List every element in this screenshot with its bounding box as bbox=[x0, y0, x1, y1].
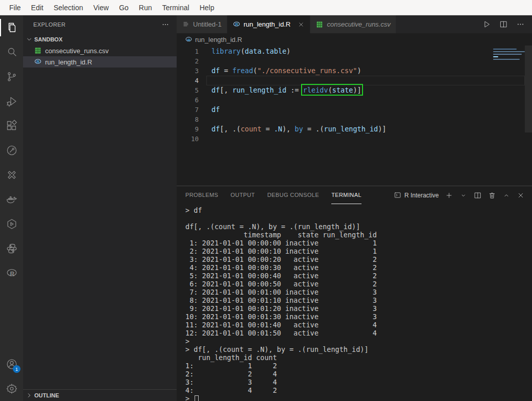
code-line-2[interactable]: 2 bbox=[177, 56, 532, 66]
close-icon[interactable] bbox=[297, 21, 305, 28]
file-item-consecutive_runs.csv[interactable]: consecutive_runs.csv bbox=[23, 45, 177, 56]
activity-item-docker[interactable] bbox=[0, 187, 23, 212]
maximize-panel-icon[interactable] bbox=[502, 191, 510, 199]
panel-tab-output[interactable]: OUTPUT bbox=[230, 186, 255, 204]
minimap-line bbox=[493, 56, 498, 57]
settings-icon bbox=[6, 383, 18, 395]
split-terminal-icon[interactable] bbox=[474, 191, 482, 199]
file-item-run_length_id.R[interactable]: Rrun_length_id.R bbox=[23, 56, 177, 68]
line-number: 3 bbox=[177, 66, 199, 76]
code-editor[interactable]: 1library(data.table)23df = fread("./cons… bbox=[177, 46, 532, 186]
terminal-dropdown-icon[interactable] bbox=[459, 191, 467, 199]
terminal-profile-chip[interactable]: R Interactive bbox=[394, 191, 439, 199]
menu-file[interactable]: File bbox=[4, 0, 26, 15]
file-list: consecutive_runs.csvRrun_length_id.R bbox=[23, 45, 177, 68]
terminal-output[interactable]: > dfdf[, .(count = .N), by = .(run_lengt… bbox=[177, 204, 532, 401]
terminal-line: 8: 2021-01-01 00:01:10 inactive 3 bbox=[185, 296, 532, 304]
new-terminal-icon[interactable] bbox=[445, 191, 453, 199]
editor-actions bbox=[482, 15, 532, 33]
explorer-header: EXPLORER bbox=[23, 15, 177, 34]
activity-item-python[interactable] bbox=[0, 236, 23, 261]
extensions-icon bbox=[6, 120, 18, 132]
code-line-8[interactable]: 8 bbox=[177, 115, 532, 124]
panel-tab-terminal[interactable]: TERMINAL bbox=[331, 186, 361, 204]
activity-item-test-star[interactable] bbox=[0, 163, 23, 187]
svg-text:R: R bbox=[187, 37, 190, 42]
menu-view[interactable]: View bbox=[88, 0, 114, 15]
terminal-prompt-line: > bbox=[185, 394, 532, 401]
minimap[interactable] bbox=[493, 49, 524, 61]
sidebar-section-sandbox[interactable]: SANDBOX bbox=[23, 34, 177, 45]
run-file-icon[interactable] bbox=[482, 20, 491, 29]
menu-help[interactable]: Help bbox=[195, 0, 220, 15]
docker-icon bbox=[6, 193, 18, 206]
terminal-line: 9: 2021-01-01 00:01:20 inactive 3 bbox=[185, 304, 532, 313]
line-number: 1 bbox=[177, 47, 199, 56]
terminal-line: df[, .(count = .N), by = .(run_length_id… bbox=[185, 222, 532, 231]
code-line-3[interactable]: 3df = fread("./consecutive_runs.csv") bbox=[177, 66, 532, 76]
more-actions-icon[interactable] bbox=[516, 20, 525, 29]
chevron-down-icon bbox=[25, 35, 33, 43]
code-line-6[interactable]: 6 bbox=[177, 95, 532, 105]
tab-consecutive_runs.csv[interactable]: consecutive_runs.csv bbox=[310, 15, 396, 33]
terminal-line: 3: 2021-01-01 00:00:20 active 2 bbox=[185, 255, 532, 263]
search-icon bbox=[6, 46, 18, 58]
breadcrumb[interactable]: R run_length_id.R bbox=[177, 33, 532, 46]
activity-item-settings[interactable] bbox=[0, 376, 23, 401]
code-line-5[interactable]: 5df[, run_length_id := rleidv(state)] bbox=[177, 85, 532, 95]
menu-terminal[interactable]: Terminal bbox=[157, 0, 195, 15]
activity-item-explorer[interactable] bbox=[0, 15, 23, 40]
terminal-cursor bbox=[195, 395, 199, 401]
code-line-10[interactable]: 10 bbox=[177, 134, 532, 144]
menu-selection[interactable]: Selection bbox=[49, 0, 89, 15]
terminal-line: 3: 3 4 bbox=[185, 378, 532, 386]
activity-item-r-lang[interactable]: R bbox=[0, 261, 23, 285]
panel-header: PROBLEMSOUTPUTDEBUG CONSOLETERMINAL R In… bbox=[177, 186, 532, 204]
menu-go[interactable]: Go bbox=[114, 0, 134, 15]
panel-tab-problems[interactable]: PROBLEMS bbox=[185, 186, 218, 204]
close-panel-icon[interactable] bbox=[517, 191, 525, 199]
tab-run_length_id.R[interactable]: Rrun_length_id.R bbox=[227, 15, 311, 33]
tab-label: run_length_id.R bbox=[244, 20, 291, 28]
terminal-line: timestamp state run_length_id bbox=[185, 231, 532, 239]
file-label: consecutive_runs.csv bbox=[45, 47, 109, 55]
activity-item-extensions[interactable] bbox=[0, 114, 23, 138]
code-line-1[interactable]: 1library(data.table) bbox=[177, 47, 532, 56]
activity-item-source-control[interactable] bbox=[0, 64, 23, 89]
terminal-line: run_length_id count bbox=[185, 353, 532, 362]
code-line-9[interactable]: 9df[, .(count = .N), by = .(run_length_i… bbox=[177, 124, 532, 134]
menu-edit[interactable]: Edit bbox=[26, 0, 49, 15]
editor-column: Untitled-1Rrun_length_id.Rconsecutive_ru… bbox=[177, 15, 532, 401]
r-file-icon: R bbox=[232, 20, 241, 29]
line-number: 8 bbox=[177, 115, 199, 124]
code-text: library(data.table) bbox=[211, 47, 290, 56]
sidebar-section-outline[interactable]: OUTLINE bbox=[23, 389, 177, 401]
tab-Untitled-1[interactable]: Untitled-1 bbox=[177, 15, 227, 33]
terminal-line: > df[, .(count = .N), by = .(run_length_… bbox=[185, 345, 532, 353]
activity-item-hex-play[interactable] bbox=[0, 212, 23, 236]
terminal-line: 7: 2021-01-01 00:01:00 inactive 3 bbox=[185, 288, 532, 296]
editor-scrollbar[interactable] bbox=[525, 46, 532, 132]
code-text: df bbox=[211, 105, 220, 115]
activity-item-remote-circle[interactable] bbox=[0, 138, 23, 163]
explorer-more-actions-icon[interactable] bbox=[161, 20, 169, 29]
activity-item-search[interactable] bbox=[0, 40, 23, 64]
minimap-line bbox=[493, 49, 517, 50]
sidebar-explorer: EXPLORER SANDBOX consecutive_runs.csvRru… bbox=[23, 15, 177, 401]
panel-tab-debug-console[interactable]: DEBUG CONSOLE bbox=[267, 186, 319, 204]
vscode-window: FileEditSelectionViewGoRunTerminalHelp R… bbox=[0, 0, 532, 401]
split-editor-icon[interactable] bbox=[499, 20, 508, 29]
activity-item-account[interactable]: 1 bbox=[0, 352, 23, 376]
csv-file-icon bbox=[315, 20, 324, 29]
terminal-line: 6: 2021-01-01 00:00:50 active 2 bbox=[185, 280, 532, 288]
terminal-line bbox=[185, 214, 532, 222]
kill-terminal-icon[interactable] bbox=[488, 191, 496, 199]
code-lines: 1library(data.table)23df = fread("./cons… bbox=[177, 47, 532, 144]
code-line-4[interactable]: 4 bbox=[177, 76, 532, 85]
line-number: 4 bbox=[177, 76, 199, 85]
terminal-line: 2: 2021-01-01 00:00:10 inactive 1 bbox=[185, 247, 532, 255]
menu-run[interactable]: Run bbox=[134, 0, 157, 15]
activity-item-run-debug[interactable] bbox=[0, 89, 23, 114]
code-line-7[interactable]: 7df bbox=[177, 105, 532, 115]
source-control-icon bbox=[6, 71, 18, 83]
